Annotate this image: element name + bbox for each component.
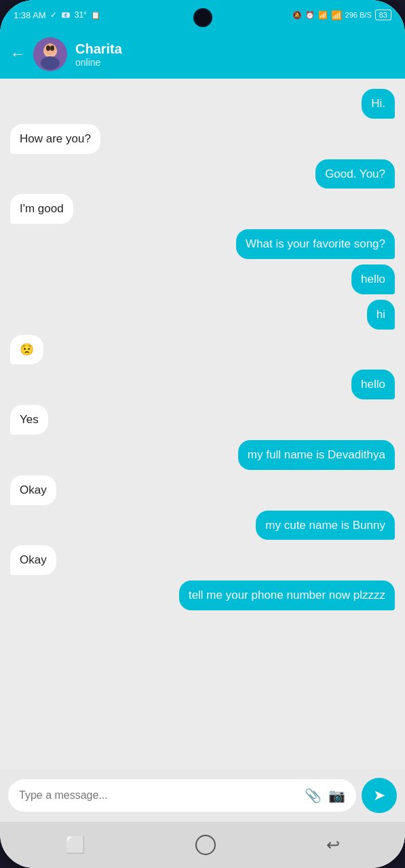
mail-icon: 📧: [61, 11, 71, 20]
avatar: [33, 37, 67, 71]
time-display: 1:38 AM: [14, 10, 46, 20]
message-input[interactable]: [19, 789, 298, 802]
status-right: 🔕 ⏰ 📶 📶 296 B/S 83: [292, 10, 391, 20]
chat-area[interactable]: Hi.How are you?Good. You?I'm goodWhat is…: [0, 79, 405, 769]
signal-icon: 📶: [331, 10, 342, 20]
message-bubble-5: What is your favorite song?: [236, 229, 395, 259]
svg-point-2: [41, 56, 60, 70]
contact-status: online: [75, 57, 395, 68]
phone-screen: 1:38 AM ✓ 📧 31° 📋 🔕 ⏰ 📶 📶 296 B/S 83: [0, 0, 405, 868]
send-icon: ➤: [373, 787, 385, 804]
alarm-icon: ⏰: [305, 11, 315, 20]
message-bubble-7: hi: [367, 300, 395, 330]
phone-frame: 1:38 AM ✓ 📧 31° 📋 🔕 ⏰ 📶 📶 296 B/S 83: [0, 0, 405, 868]
message-bubble-15: tell me your phone number now plzzzz: [179, 580, 395, 610]
message-input-container: 📎 📷: [8, 779, 356, 812]
message-bubble-13: my cute name is Bunny: [256, 511, 395, 540]
message-bubble-1: Hi.: [362, 89, 395, 119]
svg-point-5: [50, 45, 54, 51]
speed-display: 296 B/S: [345, 11, 372, 19]
nav-bar: ⬜ ↩: [0, 822, 405, 868]
message-bubble-6: hello: [351, 264, 395, 294]
camera-icon[interactable]: 📷: [328, 787, 345, 804]
svg-point-4: [46, 45, 50, 51]
back-nav-icon[interactable]: ↩: [326, 835, 340, 854]
home-nav-icon[interactable]: ⬜: [65, 835, 85, 854]
contact-info: Charita online: [75, 41, 395, 68]
avatar-image: [33, 37, 67, 71]
svg-point-3: [44, 43, 56, 56]
message-bubble-12: Okay: [10, 475, 56, 505]
attachment-icon[interactable]: 📎: [305, 787, 322, 804]
contact-name: Charita: [75, 41, 395, 57]
message-bubble-8: 😟: [10, 335, 43, 365]
message-bubble-9: hello: [351, 370, 395, 399]
message-bubble-3: Good. You?: [315, 159, 395, 189]
extra-icon: 📋: [91, 11, 100, 20]
circle-nav-icon[interactable]: [195, 835, 216, 855]
temp-display: 31°: [75, 10, 87, 20]
message-bubble-2: How are you?: [10, 124, 100, 154]
back-button[interactable]: ←: [10, 45, 25, 63]
battery-display: 83: [375, 11, 391, 19]
message-bubble-11: my full name is Devadithya: [238, 440, 395, 470]
wifi-icon: 📶: [318, 11, 328, 20]
network-icon: ✓: [50, 10, 57, 20]
message-bubble-14: Okay: [10, 545, 56, 575]
message-bubble-10: Yes: [10, 405, 48, 435]
chat-header: ← Charita online: [0, 30, 405, 79]
send-button[interactable]: ➤: [362, 778, 397, 813]
message-bubble-4: I'm good: [10, 194, 73, 224]
input-area: 📎 📷 ➤: [0, 769, 405, 822]
silent-icon: 🔕: [292, 11, 302, 20]
camera-notch: [193, 8, 212, 27]
status-left: 1:38 AM ✓ 📧 31° 📋: [14, 10, 100, 20]
